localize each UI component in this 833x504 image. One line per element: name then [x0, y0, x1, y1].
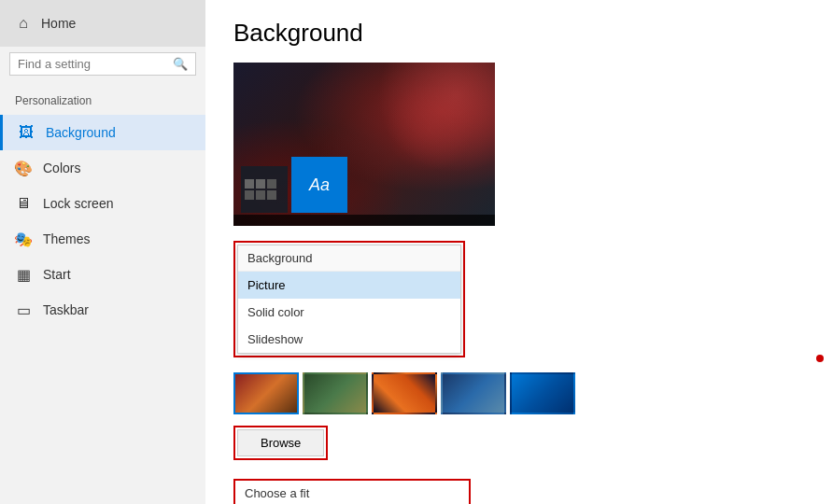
thumbnail-2[interactable] [303, 372, 368, 414]
sidebar-taskbar-label: Taskbar [43, 302, 89, 317]
fit-label: Choose a fit [245, 486, 459, 500]
sidebar-item-colors[interactable]: 🎨 Colors [0, 150, 205, 186]
thumbnails-row [233, 372, 805, 414]
sidebar-lockscreen-label: Lock screen [43, 196, 113, 211]
sidebar-colors-label: Colors [43, 161, 80, 175]
background-preview: Aa [233, 63, 495, 226]
background-dropdown[interactable]: Background Picture Solid color Slideshow [237, 245, 461, 354]
sidebar-home-label: Home [41, 16, 76, 31]
preview-start-menu [241, 166, 288, 213]
browse-section: Browse [233, 426, 805, 460]
lock-screen-icon: 🖥 [15, 195, 32, 212]
thumbnail-5[interactable] [510, 372, 575, 414]
fit-section: Choose a fit Fill ▾ [233, 479, 471, 504]
browse-button-outline: Browse [233, 426, 328, 460]
sidebar-item-start[interactable]: ▦ Start [0, 257, 205, 292]
sidebar-themes-label: Themes [43, 231, 91, 246]
fit-section-wrapper: Choose a fit Fill ▾ [233, 479, 805, 504]
search-input[interactable] [18, 57, 167, 71]
taskbar-icon: ▭ [15, 301, 32, 318]
sidebar-start-label: Start [43, 267, 71, 282]
page-title: Background [233, 19, 805, 48]
search-box[interactable]: 🔍 [9, 52, 196, 76]
background-icon: 🖼 [18, 124, 35, 141]
personalization-label: Personalization [0, 89, 205, 115]
thumbnail-1[interactable] [233, 372, 299, 414]
sidebar-item-background[interactable]: 🖼 Background [0, 115, 205, 150]
background-dropdown-section: Background Picture Solid color Slideshow [233, 241, 805, 357]
search-icon: 🔍 [173, 57, 188, 71]
start-icon: ▦ [15, 266, 32, 283]
red-dot-indicator [816, 355, 824, 362]
sidebar-item-home[interactable]: ⌂ Home [0, 0, 205, 47]
dropdown-outline: Background Picture Solid color Slideshow [233, 241, 465, 357]
preview-taskbar [233, 215, 495, 226]
browse-button[interactable]: Browse [237, 429, 324, 456]
dropdown-option-slideshow[interactable]: Slideshow [238, 326, 460, 353]
sidebar: ⌂ Home 🔍 Personalization 🖼 Background 🎨 … [0, 0, 205, 504]
sidebar-item-taskbar[interactable]: ▭ Taskbar [0, 292, 205, 328]
dropdown-header: Background [238, 245, 460, 272]
dropdown-option-picture[interactable]: Picture [238, 272, 460, 299]
main-content: Background Aa Background Picture Solid c… [205, 0, 833, 504]
thumbnail-3[interactable] [372, 372, 437, 414]
thumbnail-4[interactable] [441, 372, 506, 414]
sidebar-item-themes[interactable]: 🎭 Themes [0, 221, 205, 257]
themes-icon: 🎭 [15, 231, 32, 247]
dropdown-option-solid-color[interactable]: Solid color [238, 299, 460, 326]
sidebar-item-lock-screen[interactable]: 🖥 Lock screen [0, 186, 205, 221]
sidebar-background-label: Background [46, 125, 116, 140]
home-icon: ⌂ [15, 15, 32, 32]
colors-icon: 🎨 [15, 160, 32, 176]
preview-tile: Aa [291, 157, 347, 213]
